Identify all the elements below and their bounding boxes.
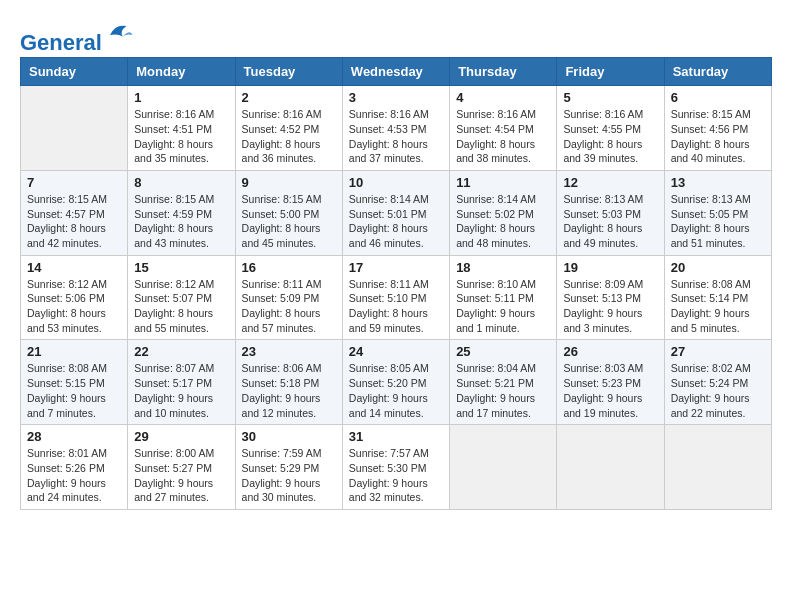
calendar-cell: 11Sunrise: 8:14 AM Sunset: 5:02 PM Dayli… <box>450 170 557 255</box>
weekday-header-saturday: Saturday <box>664 58 771 86</box>
day-info: Sunrise: 8:02 AM Sunset: 5:24 PM Dayligh… <box>671 361 765 420</box>
day-info: Sunrise: 8:16 AM Sunset: 4:52 PM Dayligh… <box>242 107 336 166</box>
calendar-cell: 28Sunrise: 8:01 AM Sunset: 5:26 PM Dayli… <box>21 425 128 510</box>
calendar-week-4: 21Sunrise: 8:08 AM Sunset: 5:15 PM Dayli… <box>21 340 772 425</box>
day-number: 21 <box>27 344 121 359</box>
day-number: 10 <box>349 175 443 190</box>
day-info: Sunrise: 8:11 AM Sunset: 5:09 PM Dayligh… <box>242 277 336 336</box>
day-number: 24 <box>349 344 443 359</box>
day-number: 6 <box>671 90 765 105</box>
day-info: Sunrise: 8:16 AM Sunset: 4:54 PM Dayligh… <box>456 107 550 166</box>
day-info: Sunrise: 8:14 AM Sunset: 5:02 PM Dayligh… <box>456 192 550 251</box>
calendar-cell: 3Sunrise: 8:16 AM Sunset: 4:53 PM Daylig… <box>342 86 449 171</box>
day-info: Sunrise: 8:16 AM Sunset: 4:53 PM Dayligh… <box>349 107 443 166</box>
day-number: 20 <box>671 260 765 275</box>
day-number: 1 <box>134 90 228 105</box>
calendar-header-row: SundayMondayTuesdayWednesdayThursdayFrid… <box>21 58 772 86</box>
calendar-cell: 6Sunrise: 8:15 AM Sunset: 4:56 PM Daylig… <box>664 86 771 171</box>
day-info: Sunrise: 8:15 AM Sunset: 4:59 PM Dayligh… <box>134 192 228 251</box>
day-info: Sunrise: 8:12 AM Sunset: 5:07 PM Dayligh… <box>134 277 228 336</box>
day-number: 15 <box>134 260 228 275</box>
logo: General <box>20 20 134 47</box>
day-info: Sunrise: 8:16 AM Sunset: 4:51 PM Dayligh… <box>134 107 228 166</box>
day-number: 22 <box>134 344 228 359</box>
day-info: Sunrise: 8:10 AM Sunset: 5:11 PM Dayligh… <box>456 277 550 336</box>
day-info: Sunrise: 8:09 AM Sunset: 5:13 PM Dayligh… <box>563 277 657 336</box>
day-number: 4 <box>456 90 550 105</box>
calendar-cell: 21Sunrise: 8:08 AM Sunset: 5:15 PM Dayli… <box>21 340 128 425</box>
calendar-cell: 23Sunrise: 8:06 AM Sunset: 5:18 PM Dayli… <box>235 340 342 425</box>
day-number: 27 <box>671 344 765 359</box>
day-info: Sunrise: 8:08 AM Sunset: 5:15 PM Dayligh… <box>27 361 121 420</box>
day-info: Sunrise: 8:05 AM Sunset: 5:20 PM Dayligh… <box>349 361 443 420</box>
calendar-cell: 7Sunrise: 8:15 AM Sunset: 4:57 PM Daylig… <box>21 170 128 255</box>
day-info: Sunrise: 8:13 AM Sunset: 5:03 PM Dayligh… <box>563 192 657 251</box>
calendar-cell: 31Sunrise: 7:57 AM Sunset: 5:30 PM Dayli… <box>342 425 449 510</box>
page-header: General <box>20 20 772 47</box>
day-number: 13 <box>671 175 765 190</box>
day-info: Sunrise: 8:12 AM Sunset: 5:06 PM Dayligh… <box>27 277 121 336</box>
day-info: Sunrise: 8:14 AM Sunset: 5:01 PM Dayligh… <box>349 192 443 251</box>
calendar-cell: 15Sunrise: 8:12 AM Sunset: 5:07 PM Dayli… <box>128 255 235 340</box>
day-number: 23 <box>242 344 336 359</box>
weekday-header-tuesday: Tuesday <box>235 58 342 86</box>
day-info: Sunrise: 8:11 AM Sunset: 5:10 PM Dayligh… <box>349 277 443 336</box>
weekday-header-friday: Friday <box>557 58 664 86</box>
day-number: 11 <box>456 175 550 190</box>
day-number: 16 <box>242 260 336 275</box>
day-number: 26 <box>563 344 657 359</box>
calendar-cell: 1Sunrise: 8:16 AM Sunset: 4:51 PM Daylig… <box>128 86 235 171</box>
calendar-cell: 20Sunrise: 8:08 AM Sunset: 5:14 PM Dayli… <box>664 255 771 340</box>
day-info: Sunrise: 8:13 AM Sunset: 5:05 PM Dayligh… <box>671 192 765 251</box>
day-info: Sunrise: 8:15 AM Sunset: 4:56 PM Dayligh… <box>671 107 765 166</box>
day-info: Sunrise: 8:16 AM Sunset: 4:55 PM Dayligh… <box>563 107 657 166</box>
calendar-cell: 18Sunrise: 8:10 AM Sunset: 5:11 PM Dayli… <box>450 255 557 340</box>
day-info: Sunrise: 7:59 AM Sunset: 5:29 PM Dayligh… <box>242 446 336 505</box>
calendar-cell: 29Sunrise: 8:00 AM Sunset: 5:27 PM Dayli… <box>128 425 235 510</box>
logo-bird-icon <box>104 20 134 50</box>
calendar-cell: 4Sunrise: 8:16 AM Sunset: 4:54 PM Daylig… <box>450 86 557 171</box>
day-number: 12 <box>563 175 657 190</box>
day-number: 5 <box>563 90 657 105</box>
calendar-cell <box>450 425 557 510</box>
logo-text: General <box>20 20 134 55</box>
day-number: 31 <box>349 429 443 444</box>
weekday-header-wednesday: Wednesday <box>342 58 449 86</box>
day-number: 29 <box>134 429 228 444</box>
calendar-cell: 13Sunrise: 8:13 AM Sunset: 5:05 PM Dayli… <box>664 170 771 255</box>
calendar-cell: 19Sunrise: 8:09 AM Sunset: 5:13 PM Dayli… <box>557 255 664 340</box>
day-number: 18 <box>456 260 550 275</box>
weekday-header-sunday: Sunday <box>21 58 128 86</box>
calendar-cell <box>557 425 664 510</box>
day-info: Sunrise: 8:15 AM Sunset: 4:57 PM Dayligh… <box>27 192 121 251</box>
calendar-week-1: 1Sunrise: 8:16 AM Sunset: 4:51 PM Daylig… <box>21 86 772 171</box>
calendar-cell: 8Sunrise: 8:15 AM Sunset: 4:59 PM Daylig… <box>128 170 235 255</box>
calendar-week-2: 7Sunrise: 8:15 AM Sunset: 4:57 PM Daylig… <box>21 170 772 255</box>
calendar-cell: 5Sunrise: 8:16 AM Sunset: 4:55 PM Daylig… <box>557 86 664 171</box>
day-info: Sunrise: 8:04 AM Sunset: 5:21 PM Dayligh… <box>456 361 550 420</box>
day-number: 8 <box>134 175 228 190</box>
day-number: 30 <box>242 429 336 444</box>
calendar-week-3: 14Sunrise: 8:12 AM Sunset: 5:06 PM Dayli… <box>21 255 772 340</box>
calendar-cell: 9Sunrise: 8:15 AM Sunset: 5:00 PM Daylig… <box>235 170 342 255</box>
calendar-cell: 27Sunrise: 8:02 AM Sunset: 5:24 PM Dayli… <box>664 340 771 425</box>
day-number: 25 <box>456 344 550 359</box>
day-number: 9 <box>242 175 336 190</box>
calendar-cell: 12Sunrise: 8:13 AM Sunset: 5:03 PM Dayli… <box>557 170 664 255</box>
calendar-cell: 30Sunrise: 7:59 AM Sunset: 5:29 PM Dayli… <box>235 425 342 510</box>
day-number: 19 <box>563 260 657 275</box>
day-number: 3 <box>349 90 443 105</box>
day-info: Sunrise: 8:03 AM Sunset: 5:23 PM Dayligh… <box>563 361 657 420</box>
day-number: 17 <box>349 260 443 275</box>
calendar-cell: 10Sunrise: 8:14 AM Sunset: 5:01 PM Dayli… <box>342 170 449 255</box>
day-number: 2 <box>242 90 336 105</box>
calendar-cell: 14Sunrise: 8:12 AM Sunset: 5:06 PM Dayli… <box>21 255 128 340</box>
calendar-week-5: 28Sunrise: 8:01 AM Sunset: 5:26 PM Dayli… <box>21 425 772 510</box>
day-number: 7 <box>27 175 121 190</box>
day-number: 14 <box>27 260 121 275</box>
weekday-header-monday: Monday <box>128 58 235 86</box>
day-info: Sunrise: 8:08 AM Sunset: 5:14 PM Dayligh… <box>671 277 765 336</box>
day-info: Sunrise: 7:57 AM Sunset: 5:30 PM Dayligh… <box>349 446 443 505</box>
weekday-header-thursday: Thursday <box>450 58 557 86</box>
calendar-cell: 25Sunrise: 8:04 AM Sunset: 5:21 PM Dayli… <box>450 340 557 425</box>
